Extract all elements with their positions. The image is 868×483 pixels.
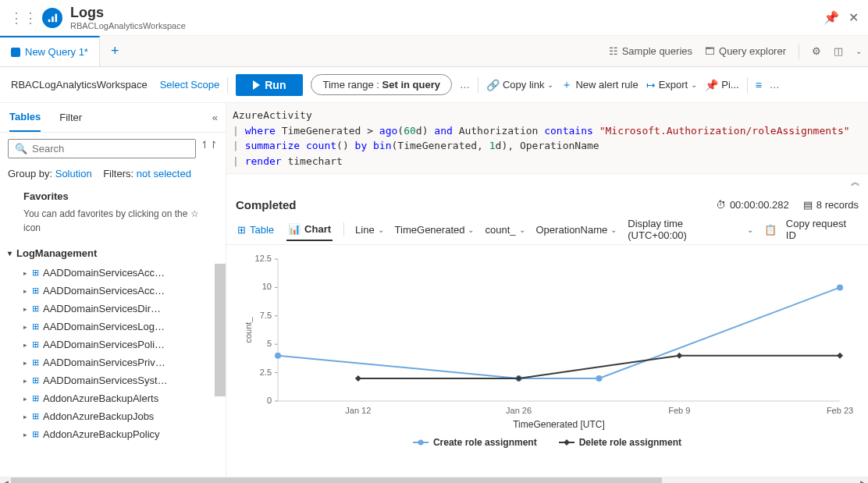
tree-section-label: LogManagement xyxy=(16,247,97,259)
chart-type-dropdown[interactable]: Line⌄ xyxy=(355,224,384,236)
filter-tab[interactable]: Filter xyxy=(59,103,82,132)
tables-tab[interactable]: Tables xyxy=(9,103,41,132)
tree-item[interactable]: ⊞AADDomainServicesLog… xyxy=(0,318,226,336)
export-button[interactable]: ↦ Export ⌄ xyxy=(646,79,698,91)
group-by-value[interactable]: Solution xyxy=(55,168,92,179)
sample-queries-label: Sample queries xyxy=(622,45,692,57)
filter-meta: Group by: Solution Filters: not selected xyxy=(0,165,226,183)
group-by-label: Group by: xyxy=(8,168,52,179)
settings-icon[interactable]: ⚙ xyxy=(812,45,821,57)
tree-item[interactable]: ⊞AddonAzureBackupAlerts xyxy=(0,389,226,407)
tree-list: ⊞AADDomainServicesAcc…⊞AADDomainServices… xyxy=(0,264,226,477)
query-tab-label: New Query 1* xyxy=(25,46,88,58)
chart: 02.557.51012.5Jan 12Jan 26Feb 9Feb 23cou… xyxy=(239,253,856,432)
svg-text:count_: count_ xyxy=(244,317,253,343)
tree-item[interactable]: ⊞AADDomainServicesDir… xyxy=(0,300,226,318)
horizontal-scrollbar[interactable]: ◀ ▶ xyxy=(0,477,868,483)
app-header: ⋮⋮ Logs RBACLogAnalyticsWorkspace 📌 ✕ xyxy=(0,0,868,36)
results-chart-tab[interactable]: 📊Chart xyxy=(286,218,333,241)
scroll-left-icon[interactable]: ◀ xyxy=(0,478,11,483)
export-label: Export xyxy=(659,79,688,91)
more-button[interactable]: … xyxy=(770,79,780,91)
chart-icon: 📊 xyxy=(288,223,301,235)
add-tab-button[interactable]: + xyxy=(100,43,130,59)
new-alert-button[interactable]: ＋ New alert rule xyxy=(561,78,638,92)
x-field-dropdown[interactable]: TimeGenerated⌄ xyxy=(395,224,475,236)
collapse-editor-icon[interactable]: ︽ xyxy=(226,174,868,190)
results-status: Completed xyxy=(236,198,716,211)
query-tab-icon xyxy=(11,48,20,57)
copy-link-button[interactable]: 🔗 Copy link ⌄ xyxy=(486,79,553,91)
tree-item-label: AADDomainServicesPriv… xyxy=(43,357,165,368)
search-input[interactable] xyxy=(32,143,189,154)
svg-text:Jan 12: Jan 12 xyxy=(345,406,371,415)
collapse-panel-icon[interactable]: « xyxy=(212,112,218,123)
table-icon: ⊞ xyxy=(32,339,38,350)
divider xyxy=(227,77,228,93)
search-box[interactable]: 🔍 xyxy=(8,139,196,158)
pin-to-button[interactable]: 📌 Pi... xyxy=(705,79,738,91)
more-button[interactable]: … xyxy=(460,79,470,91)
copy-request-button[interactable]: 📋 Copy request ID xyxy=(764,218,859,241)
tree-item[interactable]: ⊞AddonAzureBackupPolicy xyxy=(0,425,226,443)
close-icon[interactable]: ✕ xyxy=(848,10,859,25)
legend-item[interactable]: Create role assignment xyxy=(413,437,537,448)
legend-label: Create role assignment xyxy=(433,437,537,448)
run-button[interactable]: Run xyxy=(236,74,303,96)
query-tab[interactable]: New Query 1* xyxy=(0,36,100,66)
svg-text:0: 0 xyxy=(267,396,272,405)
favorites-note: You can add favorites by clicking on the… xyxy=(0,205,226,243)
query-explorer-button[interactable]: 🗔 Query explorer xyxy=(705,45,786,57)
panels-icon[interactable]: ◫ xyxy=(834,45,843,57)
scroll-right-icon[interactable]: ▶ xyxy=(857,478,868,483)
tree-item-label: AADDomainServicesSyst… xyxy=(43,375,168,386)
sample-queries-button[interactable]: ☷ Sample queries xyxy=(609,45,692,57)
results-table-tab[interactable]: ⊞Table xyxy=(236,219,276,240)
logs-icon xyxy=(42,8,62,28)
scrollbar-thumb[interactable] xyxy=(11,478,662,483)
tz-dropdown[interactable]: Display time (UTC+00:00)⌄ xyxy=(628,218,753,241)
svg-text:12.5: 12.5 xyxy=(255,254,272,263)
pin-label: Pi... xyxy=(721,79,738,91)
format-icon[interactable]: ≡ xyxy=(756,79,762,91)
svg-text:Feb 23: Feb 23 xyxy=(827,406,853,415)
pin-icon[interactable]: 📌 xyxy=(824,10,839,25)
chevron-down-icon: ⌄ xyxy=(547,80,553,89)
list-icon: ☷ xyxy=(609,45,618,57)
chevron-down-icon[interactable]: ⌄ xyxy=(856,47,862,55)
sort-icon[interactable]: ↿↾ xyxy=(201,139,218,158)
legend-item[interactable]: Delete role assignment xyxy=(559,437,681,448)
query-editor[interactable]: AzureActivity | where TimeGenerated > ag… xyxy=(226,103,868,174)
tree-item-label: AADDomainServicesDir… xyxy=(43,303,161,314)
link-icon: 🔗 xyxy=(486,79,500,91)
tree-section[interactable]: LogManagement xyxy=(0,243,226,264)
explorer-icon: 🗔 xyxy=(705,45,715,57)
series-dropdown[interactable]: OperationName⌄ xyxy=(536,224,617,236)
table-icon: ⊞ xyxy=(32,304,38,314)
select-scope-link[interactable]: Select Scope xyxy=(160,79,220,91)
svg-text:Feb 9: Feb 9 xyxy=(668,406,690,415)
tree-item[interactable]: ⊞AADDomainServicesPriv… xyxy=(0,353,226,371)
table-icon: ⊞ xyxy=(32,357,38,368)
filters-value[interactable]: not selected xyxy=(137,168,191,179)
table-icon: ⊞ xyxy=(32,268,38,278)
record-count: ▤8 records xyxy=(803,199,859,211)
main-panel: AzureActivity | where TimeGenerated > ag… xyxy=(226,103,868,477)
time-range-pill[interactable]: Time range : Set in query xyxy=(311,74,452,95)
tree-item[interactable]: ⊞AddonAzureBackupJobs xyxy=(0,407,226,425)
legend-label: Delete role assignment xyxy=(579,437,681,448)
tree-item[interactable]: ⊞AADDomainServicesPoli… xyxy=(0,336,226,353)
svg-point-21 xyxy=(275,353,281,359)
tree-item[interactable]: ⊞AADDomainServicesAcc… xyxy=(0,264,226,282)
tree-item-label: AADDomainServicesAcc… xyxy=(43,285,165,297)
tree-item[interactable]: ⊞AADDomainServicesAcc… xyxy=(0,282,226,300)
svg-point-28 xyxy=(418,440,423,446)
svg-point-24 xyxy=(837,284,843,290)
new-alert-label: New alert rule xyxy=(575,79,638,91)
legend-marker-icon xyxy=(413,439,429,446)
play-icon xyxy=(253,80,260,90)
plus-icon: ＋ xyxy=(561,78,572,92)
tree-item[interactable]: ⊞AADDomainServicesSyst… xyxy=(0,371,226,389)
scrollbar-thumb[interactable] xyxy=(215,264,226,396)
y-field-dropdown[interactable]: count_⌄ xyxy=(485,224,525,236)
